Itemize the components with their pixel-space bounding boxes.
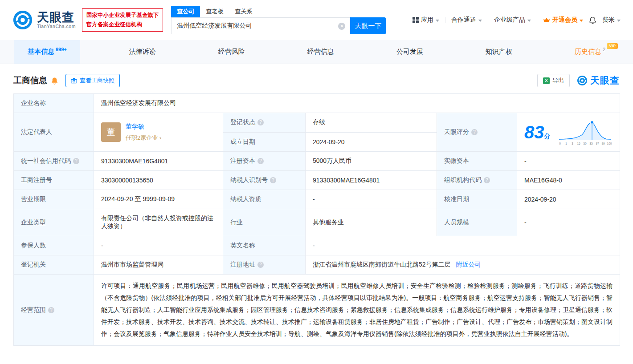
- tab-history-info[interactable]: 历史信息 2 VIP: [561, 40, 619, 64]
- table-row: 参保人数 - 英文名称 -: [14, 236, 620, 255]
- insured-count-value: -: [94, 236, 223, 255]
- svg-text:97: 97: [596, 142, 599, 145]
- nav-cooperation-label: 合作通道: [451, 16, 476, 24]
- tab-label: 历史信息: [575, 48, 601, 56]
- taxpayer-id-value: 91330300MAE16G4801: [306, 171, 437, 190]
- grid-icon: [412, 17, 419, 23]
- info-icon[interactable]: [270, 177, 276, 183]
- credit-code-value: 91330300MAE16G4801: [94, 152, 223, 171]
- snapshot-button[interactable]: 查看工商快照: [65, 74, 120, 87]
- tab-intellectual-property[interactable]: 知识产权: [472, 40, 526, 64]
- search-tab-boss[interactable]: 查老板: [200, 6, 229, 17]
- search-input-wrap: [171, 17, 350, 34]
- tab-label: 经营风险: [218, 48, 245, 56]
- search-tab-company[interactable]: 查公司: [171, 6, 200, 17]
- tab-operation-info[interactable]: 经营信息: [294, 40, 347, 64]
- field-label: 法定代表人: [14, 113, 94, 152]
- legal-rep-companies-link[interactable]: 任职2家企业 ›: [126, 134, 161, 142]
- field-label: 营业期限: [14, 190, 94, 209]
- svg-text:85: 85: [589, 142, 593, 145]
- top-header: 天眼查 TianYanCha.com 国家中小企业发展子基金旗下 官方备案企业征…: [0, 0, 633, 40]
- gov-badge-line1: 国家中小企业发展子基金旗下: [86, 11, 159, 20]
- tab-operation-risk[interactable]: 经营风险: [205, 40, 258, 64]
- tab-legal-litigation[interactable]: 法律诉讼: [116, 40, 169, 64]
- english-name-value: -: [306, 236, 620, 255]
- crown-icon: [543, 17, 550, 23]
- nav-vip-label: 开通会员: [552, 16, 577, 24]
- field-label: 登记状态: [223, 113, 306, 133]
- chevron-down-icon: [478, 20, 482, 22]
- field-label: 企业类型: [14, 209, 94, 236]
- field-label: 企业名称: [14, 94, 94, 113]
- svg-text:50: 50: [583, 142, 587, 145]
- business-scope-value: 许可项目：通用航空服务；民用机场运营；民用航空器维修；民用航空器驾驶员培训；民用…: [94, 275, 620, 346]
- nav-open-vip[interactable]: 开通会员: [543, 16, 583, 24]
- top-navigation: 应用 合作通道 企业级产品 开通会员: [412, 16, 621, 24]
- nav-apps[interactable]: 应用: [412, 16, 439, 24]
- info-icon[interactable]: [257, 119, 264, 125]
- tianyancha-company-page: 天眼查 TianYanCha.com 国家中小企业发展子基金旗下 官方备案企业征…: [0, 0, 633, 364]
- staff-size-value: -: [517, 209, 620, 236]
- nav-apps-label: 应用: [421, 16, 433, 24]
- snapshot-button-label: 查看工商快照: [80, 77, 114, 85]
- field-label: 经营范围: [14, 275, 94, 346]
- tab-company-development[interactable]: 公司发展: [383, 40, 437, 64]
- table-row: 登记机关 温州市市场监督管理局 注册地址 浙江省温州市鹿城区南郊街道牛山北路52…: [14, 255, 620, 275]
- site-logo[interactable]: 天眼查 TianYanCha.com: [12, 10, 76, 30]
- reg-capital-value: 5000万人民币: [306, 152, 437, 171]
- info-icon[interactable]: [484, 177, 490, 183]
- nav-cooperation[interactable]: 合作通道: [451, 16, 482, 24]
- field-label: 工商注册号: [14, 171, 94, 190]
- nav-enterprise-products[interactable]: 企业级产品: [494, 16, 531, 24]
- logo-domain: TianYanCha.com: [37, 24, 76, 29]
- tab-label: 知识产权: [486, 48, 512, 56]
- table-row: 企业类型 有限责任公司（非自然人投资或控股的法人独资） 行业 其他服务业 人员规…: [14, 209, 620, 236]
- field-label: 纳税人识别号: [223, 171, 306, 190]
- search-tabs: 查公司 查老板 查关系: [171, 6, 386, 17]
- nearby-companies-link[interactable]: 附近公司: [456, 261, 481, 268]
- monitor-bell-icon[interactable]: [51, 77, 58, 85]
- nav-user-label: 费米: [602, 16, 615, 24]
- info-icon[interactable]: [471, 129, 478, 135]
- gov-certification-badge: 国家中小企业发展子基金旗下 官方备案企业征信机构: [82, 8, 163, 31]
- info-icon[interactable]: [257, 262, 264, 268]
- search-area: 查公司 查老板 查关系 天眼一下: [171, 6, 386, 34]
- business-info-header: 工商信息 查看工商快照 导出: [0, 64, 633, 93]
- field-label: 参保人数: [14, 236, 94, 255]
- tab-basic-info[interactable]: 基本信息 999+: [14, 40, 80, 64]
- info-icon[interactable]: [48, 307, 54, 313]
- score-value: 83: [524, 122, 544, 142]
- brand-name: 天眼查: [590, 74, 620, 87]
- search-tab-relation[interactable]: 查关系: [229, 6, 258, 17]
- org-code-value: MAE16G48-0: [517, 171, 620, 190]
- tab-badge: 2: [603, 47, 605, 52]
- company-type-value: 有限责任公司（非自然人投资或控股的法人独资）: [94, 209, 223, 236]
- info-icon[interactable]: [257, 158, 264, 164]
- avatar[interactable]: 董: [101, 122, 121, 142]
- legal-rep-link[interactable]: 董学硕: [126, 123, 161, 131]
- chevron-down-icon: [527, 20, 531, 22]
- industry-value: 其他服务业: [306, 209, 437, 236]
- svg-text:15: 15: [577, 142, 580, 145]
- tab-label: 基本信息: [28, 48, 54, 56]
- establish-date-value: 2024-09-20: [306, 132, 437, 152]
- excel-icon: [543, 77, 550, 84]
- watermark-brand: 天眼查: [577, 74, 620, 87]
- taxpayer-quality-value: -: [306, 190, 437, 209]
- info-icon[interactable]: [73, 158, 79, 164]
- search-button[interactable]: 天眼一下: [350, 17, 386, 34]
- company-section-tabbar: 基本信息 999+ 法律诉讼 经营风险 经营信息 公司发展 知识产权 历史信息 …: [0, 40, 633, 64]
- reg-address-value: 浙江省温州市鹿城区南郊街道牛山北路52号第二层: [313, 261, 451, 268]
- nav-user-account[interactable]: 费米: [602, 16, 621, 24]
- legal-rep-cell: 董 董学硕 任职2家企业 ›: [94, 113, 223, 152]
- search-input[interactable]: [172, 18, 350, 34]
- export-button[interactable]: 导出: [537, 74, 570, 87]
- field-label: 人员规模: [437, 209, 517, 236]
- svg-text:99: 99: [601, 142, 605, 145]
- field-label: 行业: [223, 209, 306, 236]
- company-name-value: 温州低空经济发展有限公司: [94, 94, 620, 113]
- field-label: 登记机关: [14, 255, 94, 275]
- nav-notifications[interactable]: [589, 16, 596, 24]
- section-title: 工商信息: [13, 75, 47, 86]
- nav-enterprise-label: 企业级产品: [494, 16, 525, 24]
